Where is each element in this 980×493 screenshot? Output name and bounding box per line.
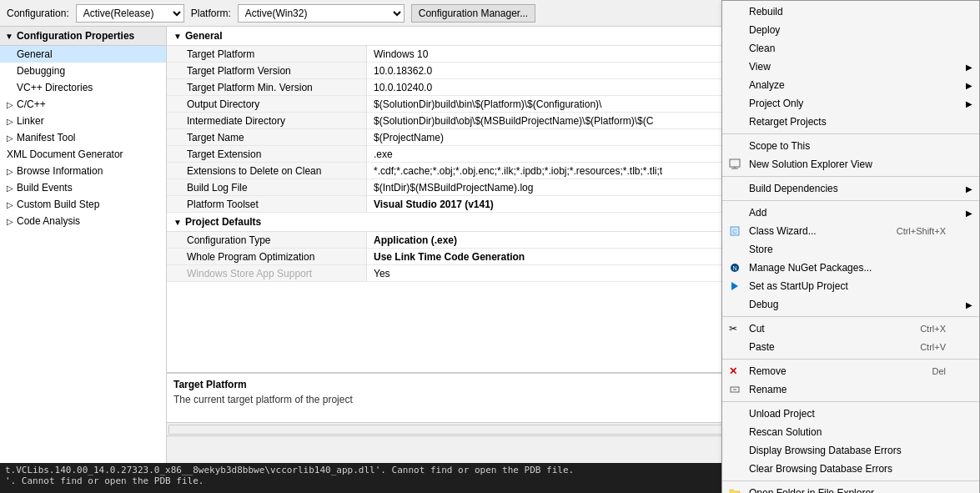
ctx-scope[interactable]: Scope to This [722, 137, 979, 155]
ctx-store[interactable]: Store [722, 240, 979, 259]
sidebar-item-vc-directories[interactable]: VC++ Directories [0, 79, 166, 96]
prop-name-intermediate-dir: Intermediate Directory [167, 113, 367, 128]
sidebar-item-build-events[interactable]: ▷Build Events [0, 179, 166, 196]
sidebar-item-custom-build[interactable]: ▷Custom Build Step [0, 196, 166, 213]
general-section-arrow: ▼ [173, 32, 182, 41]
ctx-sep-7 [722, 480, 979, 481]
ctx-view[interactable]: View [722, 58, 979, 76]
prop-name-platform-toolset: Platform Toolset [167, 196, 367, 212]
ctx-new-solution-view[interactable]: New Solution Explorer View [722, 155, 979, 174]
ctx-project-only-label: Project Only [749, 98, 803, 109]
build-events-expand-arrow: ▷ [7, 184, 13, 193]
rename-icon [729, 384, 741, 395]
class-wizard-icon: C [729, 225, 741, 237]
ctx-cut[interactable]: ✂ Cut Ctrl+X [722, 319, 979, 338]
nuget-icon: N [729, 262, 741, 274]
ctx-debug-label: Debug [749, 299, 778, 310]
ctx-nuget[interactable]: N Manage NuGet Packages... [722, 259, 979, 277]
prop-name-win-store: Windows Store App Support [167, 265, 367, 281]
ctx-class-wizard-shortcut: Ctrl+Shift+X [897, 226, 962, 236]
config-select[interactable]: Active(Release) [76, 4, 184, 23]
prop-name-tp-version: Target Platform Version [167, 63, 367, 78]
prop-name-target-platform: Target Platform [167, 46, 367, 62]
ctx-open-folder[interactable]: Open Folder in File Explorer [722, 484, 979, 493]
ctx-paste[interactable]: Paste Ctrl+V [722, 338, 979, 356]
ctx-add[interactable]: Add [722, 204, 979, 222]
ctx-build-deps[interactable]: Build Dependencies [722, 179, 979, 198]
startup-icon [729, 280, 741, 292]
section-general-label: General [185, 30, 223, 42]
ctx-deploy-label: Deploy [749, 24, 780, 36]
ctx-analyze-label: Analyze [749, 79, 785, 91]
ctx-nuget-label: Manage NuGet Packages... [749, 262, 872, 274]
prop-name-output-dir: Output Directory [167, 96, 367, 112]
sidebar-item-xml-doc[interactable]: XML Document Generator [0, 146, 166, 163]
ctx-view-label: View [749, 61, 771, 73]
ctx-paste-label: Paste [749, 341, 775, 353]
sidebar-expand-arrow: ▼ [5, 32, 13, 41]
ctx-cut-label: Cut [749, 323, 765, 335]
cut-icon: ✂ [729, 323, 737, 335]
ctx-display-browse-errors[interactable]: Display Browsing Database Errors [722, 441, 979, 460]
manifest-expand-arrow: ▷ [7, 133, 13, 143]
ctx-paste-shortcut: Ctrl+V [920, 342, 962, 352]
cpp-expand-arrow: ▷ [7, 100, 13, 109]
config-label: Configuration: [7, 8, 69, 19]
ctx-project-only[interactable]: Project Only [722, 94, 979, 113]
svg-rect-0 [730, 159, 740, 167]
prop-name-ext-delete: Extensions to Delete on Clean [167, 163, 367, 179]
ctx-deploy[interactable]: Deploy [722, 21, 979, 39]
ctx-unload-label: Unload Project [749, 408, 815, 420]
ctx-new-solution-view-label: New Solution Explorer View [749, 158, 872, 170]
solution-explorer-icon [729, 158, 741, 170]
sidebar-item-linker[interactable]: ▷Linker [0, 113, 166, 129]
ctx-build-deps-label: Build Dependencies [749, 183, 838, 194]
ctx-startup[interactable]: Set as StartUp Project [722, 277, 979, 295]
ctx-remove[interactable]: ✕ Remove Del [722, 362, 979, 380]
ctx-rescan[interactable]: Rescan Solution [722, 423, 979, 441]
svg-marker-7 [731, 282, 738, 290]
sidebar-item-browse-info[interactable]: ▷Browse Information [0, 163, 166, 179]
ctx-add-label: Add [749, 207, 766, 219]
custom-build-expand-arrow: ▷ [7, 200, 13, 209]
ctx-unload[interactable]: Unload Project [722, 405, 979, 423]
ctx-remove-label: Remove [749, 365, 787, 377]
ctx-open-folder-label: Open Folder in File Explorer [749, 487, 874, 493]
ctx-clear-browse-errors-label: Clear Browsing Database Errors [749, 463, 892, 475]
platform-select[interactable]: Active(Win32) [238, 4, 405, 23]
ctx-rebuild-label: Rebuild [749, 6, 783, 18]
ctx-sep-6 [722, 401, 979, 402]
ctx-rename[interactable]: Rename [722, 380, 979, 399]
ctx-analyze[interactable]: Analyze [722, 76, 979, 94]
prop-name-tp-min-version: Target Platform Min. Version [167, 79, 367, 95]
prop-name-target-name: Target Name [167, 129, 367, 145]
ctx-clean-label: Clean [749, 43, 775, 54]
sidebar-item-code-analysis[interactable]: ▷Code Analysis [0, 213, 166, 229]
sidebar-header-label: Configuration Properties [17, 30, 134, 42]
linker-expand-arrow: ▷ [7, 117, 13, 126]
sidebar-item-cpp[interactable]: ▷C/C++ [0, 96, 166, 113]
config-manager-button[interactable]: Configuration Manager... [411, 4, 535, 23]
sidebar-item-debugging[interactable]: Debugging [0, 63, 166, 79]
code-analysis-expand-arrow: ▷ [7, 217, 13, 226]
ctx-debug[interactable]: Debug [722, 295, 979, 314]
ctx-sep-2 [722, 176, 979, 177]
svg-text:C: C [732, 228, 737, 235]
ctx-scope-label: Scope to This [749, 140, 810, 152]
ctx-sep-5 [722, 359, 979, 360]
ctx-retarget-label: Retarget Projects [749, 116, 827, 128]
platform-label: Platform: [191, 8, 231, 19]
ctx-rebuild[interactable]: Rebuild [722, 3, 979, 21]
ctx-clean[interactable]: Clean [722, 39, 979, 58]
sidebar-item-general[interactable]: General [0, 46, 166, 63]
sidebar-item-manifest-tool[interactable]: ▷Manifest Tool [0, 129, 166, 146]
svg-text:N: N [732, 265, 736, 271]
ctx-class-wizard[interactable]: C Class Wizard... Ctrl+Shift+X [722, 222, 979, 240]
prop-name-config-type: Configuration Type [167, 232, 367, 248]
ctx-retarget[interactable]: Retarget Projects [722, 113, 979, 131]
ctx-clear-browse-errors[interactable]: Clear Browsing Database Errors [722, 460, 979, 478]
sidebar: ▼ Configuration Properties General Debug… [0, 27, 167, 463]
ctx-sep-4 [722, 316, 979, 317]
ctx-class-wizard-label: Class Wizard... [749, 225, 817, 237]
ctx-startup-label: Set as StartUp Project [749, 280, 848, 292]
